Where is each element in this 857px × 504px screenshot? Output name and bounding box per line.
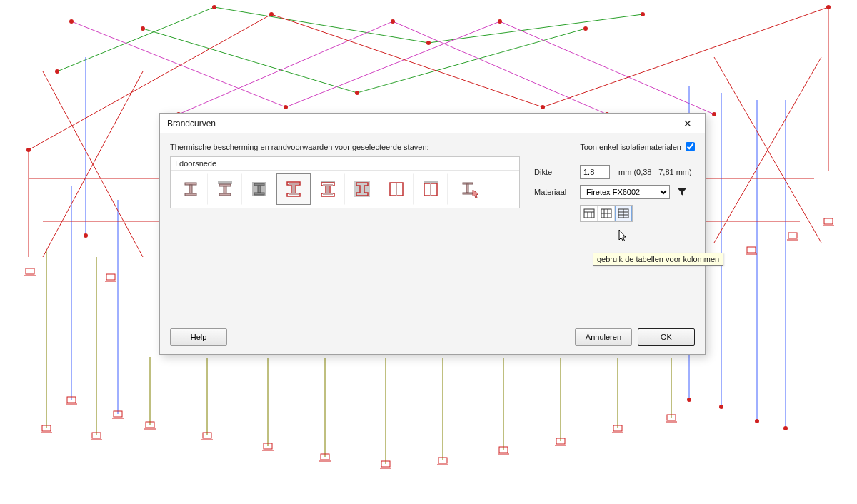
svg-line-30: [271, 14, 543, 107]
table-rotated-icon: [601, 208, 612, 218]
svg-line-6: [286, 21, 500, 107]
close-icon: ✕: [683, 118, 692, 129]
svg-line-5: [71, 21, 286, 107]
i-section-contour-top-icon: [319, 180, 337, 198]
material-filter-button[interactable]: [676, 186, 688, 198]
svg-point-62: [719, 405, 723, 409]
svg-rect-93: [106, 274, 115, 280]
svg-rect-110: [258, 186, 261, 193]
ok-button[interactable]: OK: [638, 328, 695, 346]
svg-point-40: [55, 69, 59, 74]
cursor-pointer-icon: [618, 229, 630, 243]
section-option-i-unprotected[interactable]: [174, 173, 208, 205]
svg-point-45: [355, 91, 359, 95]
svg-rect-106: [224, 186, 226, 193]
section-option-custom[interactable]: [453, 173, 488, 205]
svg-line-7: [500, 21, 714, 114]
section-option-i-contour-encased[interactable]: [345, 173, 379, 205]
material-label: Materiaal: [534, 188, 574, 196]
svg-rect-107: [219, 193, 231, 196]
svg-point-52: [391, 19, 395, 24]
svg-point-46: [583, 26, 588, 31]
i-section-encased-icon: [250, 180, 269, 198]
section-option-i-contour-top[interactable]: [311, 173, 345, 205]
filter-icon: [677, 187, 687, 197]
cross-section-header: I doorsnede: [171, 157, 519, 171]
section-option-box-top[interactable]: [414, 173, 448, 205]
svg-rect-127: [463, 193, 473, 194]
svg-rect-99: [824, 218, 833, 224]
dialog-body: Thermische bescherming en randvoorwaarde…: [160, 133, 705, 354]
svg-point-59: [687, 398, 691, 402]
cross-section-panel: I doorsnede: [170, 156, 520, 208]
svg-point-41: [212, 5, 216, 9]
table-toggle-beam[interactable]: [581, 206, 598, 221]
section-option-i-top[interactable]: [208, 173, 242, 205]
svg-line-0: [57, 7, 214, 71]
svg-point-61: [783, 426, 788, 430]
svg-rect-104: [218, 181, 232, 184]
svg-rect-117: [326, 186, 329, 193]
i-section-top-icon: [216, 180, 234, 198]
close-button[interactable]: ✕: [673, 116, 702, 131]
svg-point-47: [69, 19, 74, 24]
svg-rect-116: [323, 184, 333, 186]
section-option-box[interactable]: [379, 173, 414, 205]
thickness-unit: mm (0,38 - 7,81 mm): [618, 168, 692, 176]
table-column-icon: [618, 208, 629, 218]
isolation-checkbox[interactable]: [686, 142, 695, 151]
box-section-icon: [387, 180, 406, 198]
svg-point-58: [84, 233, 88, 238]
isolation-label: Toon enkel isolatiematerialen: [580, 143, 681, 151]
svg-line-1: [214, 7, 428, 43]
svg-rect-112: [289, 183, 299, 185]
svg-rect-114: [289, 193, 299, 195]
table-beam-icon: [583, 208, 595, 218]
svg-line-9: [393, 21, 607, 114]
section-option-i-encased[interactable]: [242, 173, 276, 205]
material-select[interactable]: Firetex FX6002: [580, 185, 670, 199]
box-section-top-icon: [421, 180, 440, 198]
svg-point-60: [755, 419, 759, 423]
section-option-i-contour[interactable]: [276, 173, 311, 205]
svg-rect-128: [584, 209, 594, 218]
svg-rect-102: [189, 185, 192, 193]
svg-rect-118: [323, 193, 333, 195]
svg-rect-95: [747, 247, 756, 253]
svg-line-8: [179, 21, 393, 114]
help-button[interactable]: Help: [170, 328, 227, 346]
table-usage-toggle: [580, 205, 633, 222]
brandcurven-dialog: Brandcurven ✕ Thermische bescherming en …: [159, 113, 706, 355]
svg-point-42: [426, 41, 431, 45]
cross-section-strip: [171, 171, 519, 208]
svg-point-56: [541, 105, 545, 109]
svg-rect-103: [185, 193, 196, 196]
svg-point-50: [712, 112, 716, 116]
table-toggle-rotated[interactable]: [598, 206, 615, 221]
svg-line-2: [428, 14, 643, 43]
cancel-button[interactable]: Annuleren: [575, 328, 632, 346]
svg-line-4: [357, 29, 586, 93]
right-form: Dikte mm (0,38 - 7,81 mm) Materiaal Fire…: [534, 165, 695, 222]
isolation-only-toggle[interactable]: Toon enkel isolatiematerialen: [580, 142, 695, 151]
svg-point-44: [141, 26, 145, 31]
svg-rect-113: [292, 185, 295, 193]
thickness-label: Dikte: [534, 168, 574, 176]
table-toggle-column[interactable]: [615, 206, 632, 221]
i-section-icon: [181, 180, 200, 198]
svg-rect-97: [788, 233, 797, 238]
titlebar: Brandcurven ✕: [160, 114, 705, 133]
dialog-button-row: Help Annuleren OK: [170, 328, 695, 346]
custom-section-icon: [461, 180, 481, 198]
svg-point-43: [641, 12, 645, 16]
svg-point-48: [284, 105, 288, 109]
i-section-contour-icon: [284, 180, 303, 198]
svg-point-57: [826, 5, 831, 9]
thickness-input[interactable]: [580, 165, 610, 179]
dialog-title: Brandcurven: [167, 119, 673, 128]
svg-point-55: [269, 12, 274, 16]
svg-rect-126: [466, 184, 468, 193]
svg-rect-91: [26, 268, 34, 274]
subtitle-label: Thermische bescherming en randvoorwaarde…: [170, 143, 580, 151]
svg-rect-111: [254, 193, 264, 195]
